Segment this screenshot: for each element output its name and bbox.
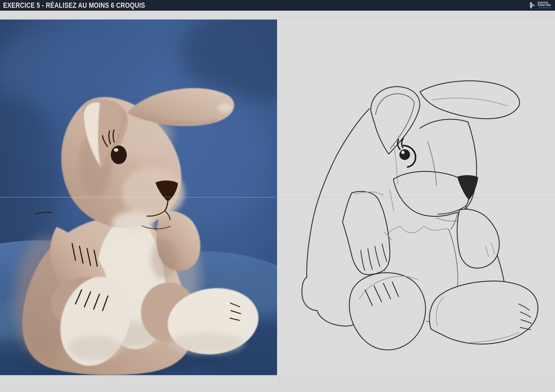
brand-logo-line2: PAINTING (538, 4, 552, 7)
brand-logo: DIGITAL PAINTING .SCHOOL (528, 1, 552, 9)
brand-logo-line3: .SCHOOL (538, 7, 552, 9)
brand-logo-text: DIGITAL PAINTING .SCHOOL (538, 1, 552, 9)
horizontal-guide-line-photo (0, 197, 277, 197)
pencil-logo-icon (528, 1, 537, 9)
page-title: EXERCICE 5 - RÉALISEZ AU MOINS 6 CROQUIS (3, 0, 145, 11)
header-bar: EXERCICE 5 - RÉALISEZ AU MOINS 6 CROQUIS… (0, 0, 555, 11)
photo-canvas-divider-line (279, 375, 279, 383)
horizontal-guide-line-canvas (277, 197, 555, 197)
